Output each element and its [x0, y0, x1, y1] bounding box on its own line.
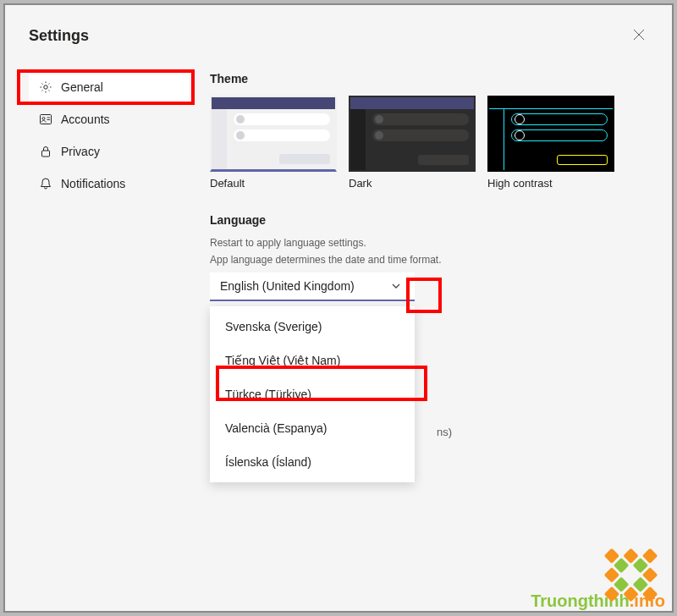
theme-label: High contrast [487, 177, 614, 190]
obscured-text: ns) [437, 426, 452, 438]
theme-label: Dark [349, 177, 476, 190]
theme-option-default[interactable]: Default [210, 96, 337, 190]
sidebar-item-label: Accounts [61, 113, 110, 126]
language-description: App language determines the date and tim… [210, 254, 648, 266]
theme-preview-dark [349, 96, 476, 172]
svg-point-2 [42, 118, 45, 120]
svg-rect-1 [41, 115, 52, 124]
language-selected-value: English (United Kingdom) [220, 279, 355, 293]
svg-point-0 [44, 85, 47, 89]
close-icon [633, 30, 645, 43]
chevron-down-icon [384, 274, 408, 298]
language-option-tieng-viet[interactable]: Tiếng Việt (Việt Nam) [210, 344, 415, 377]
language-option-svenska[interactable]: Svenska (Sverige) [210, 310, 415, 344]
sidebar-item-privacy[interactable]: Privacy [29, 136, 190, 167]
sidebar-item-label: Privacy [61, 145, 100, 158]
language-section-title: Language [210, 213, 648, 227]
sidebar-item-general[interactable]: General [29, 72, 190, 102]
watermark-text: Truongthinh.info [531, 591, 665, 611]
language-dropdown-list: Svenska (Sverige) Tiếng Việt (Việt Nam) … [210, 306, 415, 482]
language-dropdown[interactable]: English (United Kingdom) [210, 272, 415, 301]
language-option-valencia[interactable]: Valencià (Espanya) [210, 411, 415, 445]
lock-icon [39, 145, 52, 158]
close-button[interactable] [630, 25, 648, 47]
page-title: Settings [29, 27, 89, 45]
gear-icon [39, 80, 52, 94]
sidebar-item-label: Notifications [61, 177, 125, 190]
bell-icon [39, 177, 52, 190]
language-option-islenska[interactable]: Íslenska (Ísland) [210, 445, 415, 479]
svg-rect-5 [42, 151, 50, 157]
theme-section-title: Theme [210, 72, 648, 85]
sidebar-item-accounts[interactable]: Accounts [29, 104, 190, 135]
language-option-turkce[interactable]: Türkçe (Türkiye) [210, 377, 415, 411]
profile-icon [39, 113, 52, 126]
theme-option-dark[interactable]: Dark [349, 96, 476, 190]
language-hint: Restart to apply language settings. [210, 237, 648, 249]
theme-preview-high-contrast [487, 96, 614, 172]
sidebar-item-notifications[interactable]: Notifications [29, 168, 190, 199]
theme-option-high-contrast[interactable]: High contrast [487, 96, 614, 190]
settings-sidebar: General Accounts Privacy Notifications [29, 72, 190, 301]
sidebar-item-label: General [61, 80, 103, 94]
theme-preview-default [210, 96, 337, 172]
theme-label: Default [210, 177, 337, 190]
